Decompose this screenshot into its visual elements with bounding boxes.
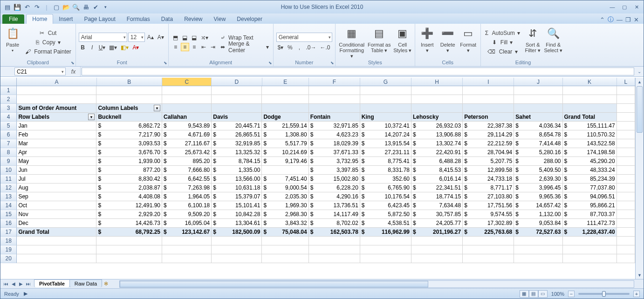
underline-button[interactable]: U▾ — [97, 43, 107, 52]
cell[interactable] — [162, 86, 212, 95]
cell[interactable]: Nov — [17, 210, 96, 219]
cell[interactable]: $155,111.47 — [563, 122, 617, 130]
cell[interactable]: $21,559.14 — [262, 122, 308, 130]
border-button[interactable]: ▦▾ — [108, 43, 118, 52]
cell[interactable]: $116,962.99 — [360, 228, 411, 237]
sort-filter-button[interactable]: ⇵Sort & Filter ▾ — [523, 25, 542, 59]
spreadsheet-grid[interactable]: ABCDEFGHIJKL 123Sum of Order AmountColum… — [0, 78, 635, 279]
cell[interactable]: Row Labels ▾ — [17, 113, 96, 122]
vertical-scrollbar[interactable]: ▲ ▼ — [635, 78, 644, 279]
cell[interactable] — [96, 245, 162, 254]
cell[interactable] — [463, 254, 514, 263]
open-icon[interactable]: 📂 — [62, 3, 70, 11]
cell[interactable] — [262, 245, 308, 254]
cell[interactable] — [17, 86, 96, 95]
cell[interactable]: $1,132.00 — [514, 210, 562, 219]
format-as-table-button[interactable]: ▤Format as Table ▾ — [367, 25, 391, 59]
name-box[interactable]: C21 — [14, 68, 66, 75]
cell[interactable] — [617, 157, 635, 166]
cell[interactable] — [309, 104, 360, 113]
cell[interactable]: Grand Total — [563, 113, 617, 122]
cell[interactable] — [262, 104, 308, 113]
cell[interactable] — [617, 148, 635, 157]
cell[interactable]: $14,657.42 — [514, 201, 562, 210]
cell-styles-button[interactable]: ▣Cell Styles ▾ — [393, 25, 412, 59]
paste-button[interactable]: 📋 Paste ▾ — [3, 25, 22, 59]
cell[interactable] — [617, 166, 635, 175]
column-header-H[interactable]: H — [411, 78, 463, 86]
tab-review[interactable]: Review — [178, 14, 208, 24]
cell[interactable] — [411, 104, 463, 113]
close-icon[interactable]: ✕ — [632, 4, 641, 10]
cell[interactable]: Sep — [17, 192, 96, 201]
cell[interactable] — [212, 104, 262, 113]
minimize-ribbon-icon[interactable]: ⌃ — [600, 16, 605, 23]
cell[interactable]: $27,103.80 — [463, 192, 514, 201]
print-preview-icon[interactable]: 🔍 — [72, 3, 80, 11]
cell[interactable]: Jun — [17, 166, 96, 175]
cell[interactable]: $29,114.29 — [463, 130, 514, 139]
cell[interactable] — [411, 245, 463, 254]
cell[interactable] — [360, 104, 411, 113]
cell[interactable] — [411, 237, 463, 245]
cell[interactable]: Feb — [17, 130, 96, 139]
save-icon[interactable]: 💾 — [13, 3, 21, 11]
cell[interactable]: $22,212.59 — [463, 139, 514, 148]
row-header[interactable]: 18 — [0, 237, 17, 245]
cell[interactable]: Peterson — [463, 113, 514, 122]
cell[interactable] — [162, 245, 212, 254]
cell[interactable]: $4,623.23 — [309, 130, 360, 139]
cell[interactable]: $25,673.42 — [162, 148, 212, 157]
cell[interactable] — [617, 245, 635, 254]
cell[interactable]: $14,207.24 — [360, 130, 411, 139]
cell[interactable]: Lehoscky — [411, 113, 463, 122]
maximize-icon[interactable]: ▢ — [620, 4, 629, 10]
cell[interactable]: $15,101.41 — [212, 201, 262, 210]
minimize-icon[interactable]: — — [608, 4, 617, 10]
cell[interactable]: $4,671.69 — [162, 130, 212, 139]
cell[interactable] — [463, 237, 514, 245]
cell[interactable] — [212, 254, 262, 263]
cell[interactable] — [360, 237, 411, 245]
cell[interactable] — [563, 254, 617, 263]
row-filter-icon[interactable]: ▾ — [88, 114, 95, 120]
row-header[interactable]: 3 — [0, 104, 17, 113]
cell[interactable] — [360, 95, 411, 104]
cell[interactable]: $37,671.33 — [309, 148, 360, 157]
cell[interactable]: $201,196.27 — [411, 228, 463, 237]
fx-icon[interactable]: fx — [67, 67, 81, 76]
align-bottom-icon[interactable]: ⬓ — [190, 34, 199, 42]
row-header[interactable]: 20 — [0, 254, 17, 263]
cell[interactable]: Jul — [17, 175, 96, 183]
cell[interactable]: $225,763.68 — [463, 228, 514, 237]
cell[interactable]: Dodge — [262, 113, 308, 122]
cell[interactable]: $110,570.32 — [563, 130, 617, 139]
cell[interactable]: $8,415.53 — [411, 166, 463, 175]
cell[interactable] — [17, 254, 96, 263]
cell[interactable]: $77,037.80 — [563, 183, 617, 192]
cell[interactable]: $9,000.54 — [262, 183, 308, 192]
orientation-icon[interactable]: ⤭▾ — [199, 34, 210, 42]
copy-button[interactable]: ⎘ Copy ▾ — [24, 38, 73, 47]
scroll-up-icon[interactable]: ▲ — [636, 78, 644, 86]
cell[interactable]: $8,654.78 — [514, 130, 562, 139]
fill-button[interactable]: ⬇ Fill ▾ — [484, 38, 521, 47]
cell[interactable]: Sum of Order Amount — [17, 104, 96, 113]
cell[interactable]: $1,335.00 — [212, 166, 262, 175]
align-middle-icon[interactable]: ⬓ — [181, 34, 189, 42]
currency-icon[interactable]: $▾ — [276, 43, 285, 52]
cell[interactable] — [309, 95, 360, 104]
cell[interactable]: $6,862.72 — [96, 122, 162, 130]
cell[interactable]: $32,971.85 — [309, 122, 360, 130]
decrease-indent-icon[interactable]: ⇤ — [199, 43, 208, 51]
cell[interactable]: $182,500.09 — [212, 228, 262, 237]
cell[interactable]: $5,409.50 — [514, 166, 562, 175]
cell[interactable]: $22,341.51 — [411, 183, 463, 192]
cell[interactable] — [617, 139, 635, 148]
cell[interactable]: $288.00 — [514, 157, 562, 166]
row-header[interactable]: 7 — [0, 139, 17, 148]
merge-center-button[interactable]: ⬌ Merge & Center ▾ — [219, 43, 270, 51]
row-header[interactable]: 14 — [0, 201, 17, 210]
cell[interactable]: Mar — [17, 139, 96, 148]
cell[interactable] — [411, 86, 463, 95]
